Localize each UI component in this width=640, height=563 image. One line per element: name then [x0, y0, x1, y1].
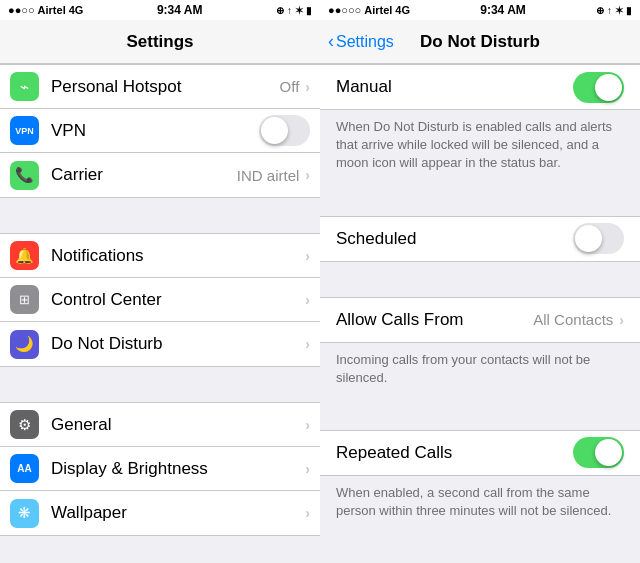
gap-1 [320, 181, 640, 216]
carrier-value: IND airtel [237, 167, 300, 184]
carrier-name-right: Airtel [364, 4, 392, 16]
allow-calls-label: Allow Calls From [336, 310, 533, 330]
allow-calls-value: All Contacts [533, 311, 613, 328]
location-icon: ⊕ [276, 5, 284, 16]
section-network: ⌁ Personal Hotspot Off › VPN VPN 📞 Ca [0, 64, 320, 198]
do-not-disturb-icon: 🌙 [10, 330, 39, 359]
scheduled-toggle-knob [575, 225, 602, 252]
vpn-label: VPN [51, 121, 259, 141]
location-icon-right: ⊕ [596, 5, 604, 16]
dnd-nav-bar: ‹ Settings Do Not Disturb [320, 20, 640, 64]
bluetooth-icon: ✶ [295, 5, 303, 16]
scheduled-section: Scheduled [320, 216, 640, 262]
section-system: 🔔 Notifications › ⊞ Control Center › 🌙 D… [0, 233, 320, 367]
control-center-chevron: › [305, 292, 310, 308]
separator-2 [0, 367, 320, 402]
section-preferences: ⚙ General › AA Display & Brightness › ❋ … [0, 402, 320, 536]
repeated-calls-label: Repeated Calls [336, 443, 573, 463]
vpn-item[interactable]: VPN VPN [0, 109, 320, 153]
wallpaper-label: Wallpaper [51, 503, 305, 523]
dnd-title: Do Not Disturb [420, 32, 540, 52]
manual-section: Manual [320, 64, 640, 110]
settings-title: Settings [126, 32, 193, 52]
do-not-disturb-chevron: › [305, 336, 310, 352]
notifications-item[interactable]: 🔔 Notifications › [0, 234, 320, 278]
carrier-label: Carrier [51, 165, 237, 185]
general-chevron: › [305, 417, 310, 433]
status-time-left: 9:34 AM [157, 3, 203, 17]
back-chevron-icon: ‹ [328, 31, 334, 52]
control-center-icon: ⊞ [10, 285, 39, 314]
gap-4 [320, 528, 640, 563]
dnd-panel: ●●○○○ Airtel 4G 9:34 AM ⊕ ↑ ✶ ▮ ‹ Settin… [320, 0, 640, 563]
display-brightness-label: Display & Brightness [51, 459, 305, 479]
control-center-label: Control Center [51, 290, 305, 310]
vpn-toggle-knob [261, 117, 288, 144]
settings-nav-bar: Settings [0, 20, 320, 64]
repeated-calls-row[interactable]: Repeated Calls [320, 431, 640, 475]
manual-toggle-knob [595, 74, 622, 101]
dnd-scroll[interactable]: Manual When Do Not Disturb is enabled ca… [320, 64, 640, 563]
personal-hotspot-item[interactable]: ⌁ Personal Hotspot Off › [0, 65, 320, 109]
manual-label: Manual [336, 77, 573, 97]
display-brightness-icon: AA [10, 454, 39, 483]
signal-dots: ●●○○ [8, 4, 35, 16]
scheduled-label: Scheduled [336, 229, 573, 249]
status-carrier-right: ●●○○○ Airtel 4G [328, 4, 410, 16]
vpn-icon: VPN [10, 116, 39, 145]
wifi-icon-right: ↑ [607, 5, 612, 16]
wallpaper-chevron: › [305, 505, 310, 521]
network-type: 4G [69, 4, 84, 16]
wallpaper-item[interactable]: ❋ Wallpaper › [0, 491, 320, 535]
battery-icon: ▮ [306, 5, 312, 16]
status-carrier-left: ●●○○ Airtel 4G [8, 4, 83, 16]
general-label: General [51, 415, 305, 435]
carrier-item[interactable]: 📞 Carrier IND airtel › [0, 153, 320, 197]
do-not-disturb-item[interactable]: 🌙 Do Not Disturb › [0, 322, 320, 366]
repeated-calls-toggle[interactable] [573, 437, 624, 468]
status-icons-left: ⊕ ↑ ✶ ▮ [276, 5, 312, 16]
gap-3 [320, 395, 640, 430]
back-button[interactable]: ‹ Settings [328, 31, 394, 52]
bluetooth-icon-right: ✶ [615, 5, 623, 16]
gap-2 [320, 262, 640, 297]
personal-hotspot-chevron: › [305, 79, 310, 95]
allow-calls-chevron: › [619, 312, 624, 328]
back-label[interactable]: Settings [336, 33, 394, 51]
scheduled-toggle[interactable] [573, 223, 624, 254]
signal-dots-right: ●●○○○ [328, 4, 361, 16]
general-item[interactable]: ⚙ General › [0, 403, 320, 447]
status-icons-right: ⊕ ↑ ✶ ▮ [596, 5, 632, 16]
allow-calls-section: Allow Calls From All Contacts › [320, 297, 640, 343]
settings-panel: ●●○○ Airtel 4G 9:34 AM ⊕ ↑ ✶ ▮ Settings … [0, 0, 320, 563]
notifications-label: Notifications [51, 246, 305, 266]
personal-hotspot-label: Personal Hotspot [51, 77, 280, 97]
personal-hotspot-icon: ⌁ [10, 72, 39, 101]
left-status-bar: ●●○○ Airtel 4G 9:34 AM ⊕ ↑ ✶ ▮ [0, 0, 320, 20]
wifi-icon: ↑ [287, 5, 292, 16]
right-status-bar: ●●○○○ Airtel 4G 9:34 AM ⊕ ↑ ✶ ▮ [320, 0, 640, 20]
network-type-right: 4G [395, 4, 410, 16]
carrier-name: Airtel [38, 4, 66, 16]
settings-scroll[interactable]: ⌁ Personal Hotspot Off › VPN VPN 📞 Ca [0, 64, 320, 563]
general-icon: ⚙ [10, 410, 39, 439]
notifications-chevron: › [305, 248, 310, 264]
repeated-calls-info: When enabled, a second call from the sam… [320, 476, 640, 528]
manual-info: When Do Not Disturb is enabled calls and… [320, 110, 640, 181]
display-brightness-item[interactable]: AA Display & Brightness › [0, 447, 320, 491]
repeated-calls-toggle-knob [595, 439, 622, 466]
vpn-toggle[interactable] [259, 115, 310, 146]
allow-calls-row[interactable]: Allow Calls From All Contacts › [320, 298, 640, 342]
display-brightness-chevron: › [305, 461, 310, 477]
carrier-icon: 📞 [10, 161, 39, 190]
scheduled-row[interactable]: Scheduled [320, 217, 640, 261]
control-center-item[interactable]: ⊞ Control Center › [0, 278, 320, 322]
notifications-icon: 🔔 [10, 241, 39, 270]
manual-toggle[interactable] [573, 72, 624, 103]
battery-icon-right: ▮ [626, 5, 632, 16]
manual-row[interactable]: Manual [320, 65, 640, 109]
do-not-disturb-label: Do Not Disturb [51, 334, 305, 354]
wallpaper-icon: ❋ [10, 499, 39, 528]
allow-calls-info: Incoming calls from your contacts will n… [320, 343, 640, 395]
carrier-chevron: › [305, 167, 310, 183]
